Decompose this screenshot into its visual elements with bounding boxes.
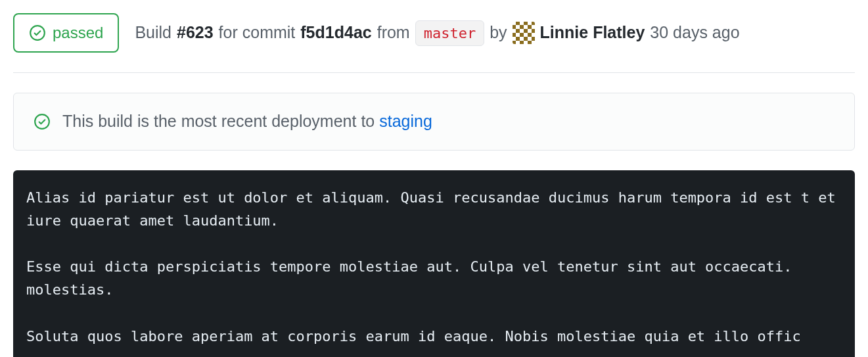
branch-pill[interactable]: master <box>415 20 484 46</box>
notice-wrapper: This build is the most recent deployment… <box>62 109 432 134</box>
build-log[interactable]: Alias id pariatur est ut dolor et aliqua… <box>13 170 855 358</box>
for-commit-text: for commit <box>219 20 296 45</box>
check-circle-icon <box>29 24 46 41</box>
build-info: Build #623 for commit f5d1d4ac from mast… <box>135 20 739 46</box>
status-badge: passed <box>13 13 119 53</box>
commit-sha[interactable]: f5d1d4ac <box>300 20 371 45</box>
build-header: passed Build #623 for commit f5d1d4ac fr… <box>13 13 855 73</box>
deployment-notice: This build is the most recent deployment… <box>13 93 855 151</box>
avatar[interactable] <box>513 22 535 44</box>
svg-point-0 <box>30 26 45 40</box>
time-ago: 30 days ago <box>650 20 739 45</box>
from-text: from <box>377 20 410 45</box>
status-label: passed <box>53 21 103 45</box>
by-text: by <box>490 20 507 45</box>
environment-link[interactable]: staging <box>379 112 432 130</box>
notice-text: This build is the most recent deployment… <box>62 112 375 130</box>
build-number[interactable]: #623 <box>177 20 214 45</box>
check-circle-icon <box>34 113 51 130</box>
author-name[interactable]: Linnie Flatley <box>540 20 645 45</box>
svg-point-1 <box>35 114 49 129</box>
build-prefix: Build <box>135 20 171 45</box>
